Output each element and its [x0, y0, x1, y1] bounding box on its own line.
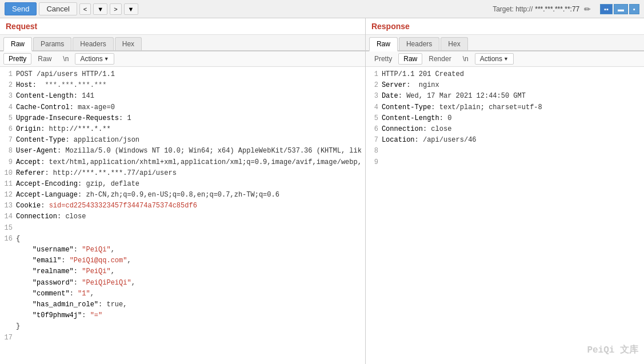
line: "email": "PeiQi@qq.com", [3, 255, 362, 266]
nav-back-button[interactable]: < [79, 3, 91, 15]
watermark: PeiQi 文库 [587, 343, 638, 358]
tab-response-raw[interactable]: Raw [369, 37, 398, 51]
line: "password": "PeiQiPeiQi", [3, 278, 362, 289]
send-button[interactable]: Send [5, 2, 37, 15]
line: 3Date: Wed, 17 Mar 2021 12:44:50 GMT [369, 91, 641, 102]
line: 7Content-Type: application/json [3, 135, 362, 146]
response-actions-dropdown[interactable]: Actions ▼ [475, 53, 514, 65]
response-sub-tab-bar: Pretty Raw Render \n Actions ▼ [366, 51, 644, 67]
response-content[interactable]: 1HTTP/1.1 201 Created 2Server: nginx 3Da… [366, 67, 644, 364]
line: 5Content-Length: 0 [369, 113, 641, 124]
request-tab-bar: Raw Params Headers Hex [0, 35, 365, 51]
toolbar: Send Cancel < ▼ > ▼ Target: http:// ***.… [0, 0, 644, 18]
response-panel: Response Raw Headers Hex Pretty Raw Rend… [366, 18, 644, 364]
line: 2Host: ***.***.***.*** [3, 80, 362, 91]
line: 15 [3, 223, 362, 234]
tab-request-headers[interactable]: Headers [73, 37, 113, 50]
edit-target-button[interactable]: ✏ [582, 3, 593, 15]
request-actions-chevron: ▼ [104, 56, 109, 62]
subtab-response-ln[interactable]: \n [458, 53, 474, 65]
line: 6Connection: close [369, 124, 641, 135]
line: 5Upgrade-Insecure-Requests: 1 [3, 113, 362, 124]
request-title: Request [0, 18, 365, 35]
line: 10Referer: http://***.**.***.77/api/user… [3, 168, 362, 179]
request-content[interactable]: 1POST /api/users HTTP/1.1 2Host: ***.***… [0, 67, 365, 364]
subtab-response-render[interactable]: Render [423, 53, 456, 65]
response-actions-label: Actions [480, 55, 502, 63]
line: 4Cache-Control: max-age=0 [3, 102, 362, 113]
line: 7Location: /api/users/46 [369, 135, 641, 146]
line: "username": "PeiQi", [3, 245, 362, 255]
line: 2Server: nginx [369, 80, 641, 91]
tab-request-raw[interactable]: Raw [3, 37, 32, 51]
subtab-request-pretty[interactable]: Pretty [3, 53, 31, 65]
response-actions-chevron: ▼ [503, 56, 509, 62]
line: "comment": "1", [3, 289, 362, 299]
line: 17 [3, 333, 362, 343]
subtab-response-pretty[interactable]: Pretty [369, 53, 397, 65]
tab-request-params[interactable]: Params [33, 37, 71, 50]
subtab-response-raw[interactable]: Raw [398, 53, 422, 65]
line: 12Accept-Language: zh-CN,zh;q=0.9,en-US;… [3, 190, 362, 201]
view-single-button[interactable]: ▪ [629, 4, 639, 14]
line: 14Connection: close [3, 211, 362, 222]
view-horizontal-button[interactable]: ▬ [614, 4, 628, 14]
view-modes: ▪▪ ▬ ▪ [600, 4, 639, 14]
request-sub-tab-bar: Pretty Raw \n Actions ▼ [0, 51, 365, 67]
request-actions-label: Actions [80, 55, 102, 63]
line: 11Accept-Encoding: gzip, deflate [3, 179, 362, 190]
nav-fwd-dropdown[interactable]: ▼ [124, 3, 138, 15]
subtab-request-ln[interactable]: \n [58, 53, 74, 65]
tab-response-headers[interactable]: Headers [399, 37, 439, 50]
line: 8 [369, 146, 641, 157]
line: "has_admin_role": true, [3, 299, 362, 310]
line: 9Accept: text/html,application/xhtml+xml… [3, 157, 362, 168]
target-label: Target: http:// [493, 5, 533, 13]
line: 4Content-Type: text/plain; charset=utf-8 [369, 102, 641, 113]
response-tab-bar: Raw Headers Hex [366, 35, 644, 51]
request-panel: Request Raw Params Headers Hex Pretty Ra… [0, 18, 366, 364]
line: 3Content-Length: 141 [3, 91, 362, 102]
line: } [3, 321, 362, 332]
nav-fwd-button[interactable]: > [110, 3, 121, 15]
line: 8User-Agent: Mozilla/5.0 (Windows NT 10.… [3, 146, 362, 157]
line: 9 [369, 157, 641, 168]
line: "realname": "PeiQi", [3, 266, 362, 277]
tab-request-hex[interactable]: Hex [115, 37, 142, 50]
request-actions-dropdown[interactable]: Actions ▼ [75, 53, 114, 65]
view-split-button[interactable]: ▪▪ [600, 4, 613, 14]
line: 1POST /api/users HTTP/1.1 [3, 69, 362, 80]
line: 6Origin: http://***.*.** [3, 124, 362, 135]
line: 1HTTP/1.1 201 Created [369, 69, 641, 80]
target-url: ***.***.***.**:77 [535, 5, 579, 13]
main-content: Request Raw Params Headers Hex Pretty Ra… [0, 18, 644, 364]
tab-response-hex[interactable]: Hex [441, 37, 467, 50]
line: 16{ [3, 234, 362, 245]
response-title: Response [366, 18, 644, 35]
line: 13Cookie: sid=cd225433323457f34474a75374… [3, 201, 362, 211]
cancel-button[interactable]: Cancel [39, 2, 77, 15]
subtab-request-raw[interactable]: Raw [33, 53, 57, 65]
nav-back-dropdown[interactable]: ▼ [93, 3, 107, 15]
line: "t0f9phmw4j": "=" [3, 310, 362, 321]
